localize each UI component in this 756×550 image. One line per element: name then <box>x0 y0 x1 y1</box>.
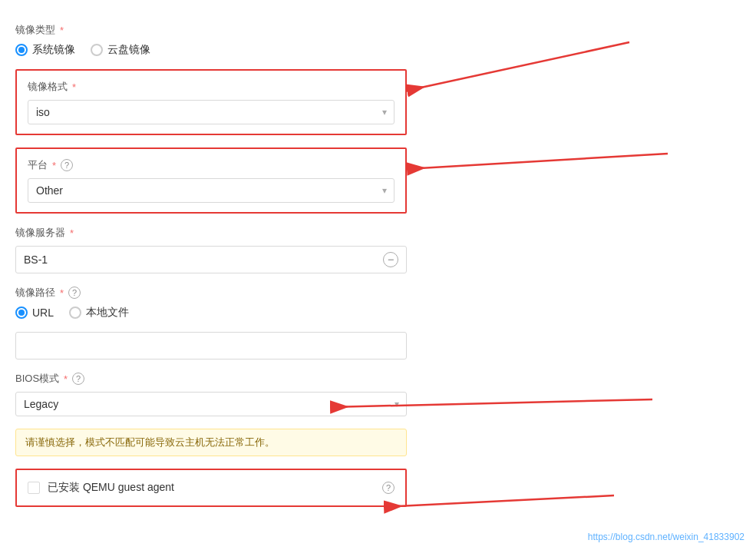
image-format-select-wrapper: iso qcow2 raw vmdk ▾ <box>28 100 395 124</box>
qemu-agent-help-icon[interactable]: ? <box>382 482 395 494</box>
image-path-help-icon[interactable]: ? <box>68 287 81 299</box>
radio-local-file[interactable]: 本地文件 <box>69 306 129 320</box>
image-type-group: 镜像类型 * 系统镜像 云盘镜像 <box>15 23 407 57</box>
bios-mode-select[interactable]: Legacy UEFI <box>15 392 407 416</box>
image-path-required: * <box>60 287 64 299</box>
platform-box: 平台 * ? Other Linux Windows ▾ <box>15 147 407 214</box>
image-server-required: * <box>70 227 74 239</box>
form-container: 镜像类型 * 系统镜像 云盘镜像 镜像格式 * iso qcow2 raw vm… <box>15 15 407 507</box>
platform-required: * <box>52 160 56 171</box>
bios-warning-text: 请谨慎选择，模式不匹配可能导致云主机无法正常工作。 <box>25 436 275 448</box>
image-server-label-text: 镜像服务器 <box>15 226 65 240</box>
bios-mode-required: * <box>64 373 68 385</box>
image-server-group: 镜像服务器 * BS-1 − <box>15 226 407 273</box>
image-type-radio-group: 系统镜像 云盘镜像 <box>15 43 407 57</box>
qemu-agent-box: 已安装 QEMU guest agent ? <box>15 469 407 507</box>
image-path-label-text: 镜像路径 <box>15 286 55 300</box>
svg-line-5 <box>407 154 668 169</box>
platform-help-icon[interactable]: ? <box>61 159 73 171</box>
qemu-agent-label: 已安装 QEMU guest agent <box>48 481 375 495</box>
image-format-label-text: 镜像格式 <box>28 80 68 94</box>
image-path-label: 镜像路径 * ? <box>15 286 407 300</box>
radio-url-circle[interactable] <box>15 306 28 319</box>
image-format-label: 镜像格式 * <box>28 80 395 94</box>
bios-mode-group: BIOS模式 * ? Legacy UEFI ▾ <box>15 372 407 416</box>
platform-label: 平台 * ? <box>28 158 395 172</box>
image-format-required: * <box>72 81 76 93</box>
radio-disk-circle[interactable] <box>91 44 103 56</box>
watermark: https://blog.csdn.net/weixin_41833902 <box>588 532 744 542</box>
image-format-select[interactable]: iso qcow2 raw vmdk <box>28 100 395 124</box>
radio-local-label: 本地文件 <box>86 306 129 320</box>
radio-system-image[interactable]: 系统镜像 <box>15 43 75 57</box>
image-type-required: * <box>60 25 64 36</box>
bios-mode-select-wrapper: Legacy UEFI ▾ <box>15 392 407 416</box>
radio-url[interactable]: URL <box>15 306 54 319</box>
image-type-label-text: 镜像类型 <box>15 23 55 37</box>
image-server-value: BS-1 <box>24 253 383 266</box>
radio-disk-image[interactable]: 云盘镜像 <box>91 43 150 57</box>
radio-disk-label: 云盘镜像 <box>107 43 150 57</box>
image-path-input[interactable] <box>15 332 407 359</box>
bios-mode-label: BIOS模式 * ? <box>15 372 407 386</box>
svg-line-4 <box>407 42 629 91</box>
image-format-box: 镜像格式 * iso qcow2 raw vmdk ▾ <box>15 69 407 135</box>
svg-line-7 <box>384 495 614 507</box>
image-type-label: 镜像类型 * <box>15 23 407 37</box>
bios-mode-help-icon[interactable]: ? <box>72 373 84 385</box>
bios-mode-label-text: BIOS模式 <box>15 372 59 386</box>
qemu-agent-checkbox[interactable] <box>28 482 40 494</box>
radio-local-circle[interactable] <box>69 306 81 319</box>
platform-select[interactable]: Other Linux Windows <box>28 178 395 203</box>
image-server-label: 镜像服务器 * <box>15 226 407 240</box>
platform-label-text: 平台 <box>28 158 48 172</box>
image-path-radio-group: URL 本地文件 <box>15 306 407 320</box>
radio-url-label: URL <box>32 306 54 319</box>
image-server-field: BS-1 − <box>15 246 407 273</box>
bios-warning-box: 请谨慎选择，模式不匹配可能导致云主机无法正常工作。 <box>15 429 407 456</box>
image-server-minus-icon[interactable]: − <box>383 252 398 267</box>
radio-system-circle[interactable] <box>15 44 28 56</box>
image-path-group: 镜像路径 * ? URL 本地文件 <box>15 286 407 359</box>
radio-system-label: 系统镜像 <box>32 43 75 57</box>
platform-select-wrapper: Other Linux Windows ▾ <box>28 178 395 203</box>
